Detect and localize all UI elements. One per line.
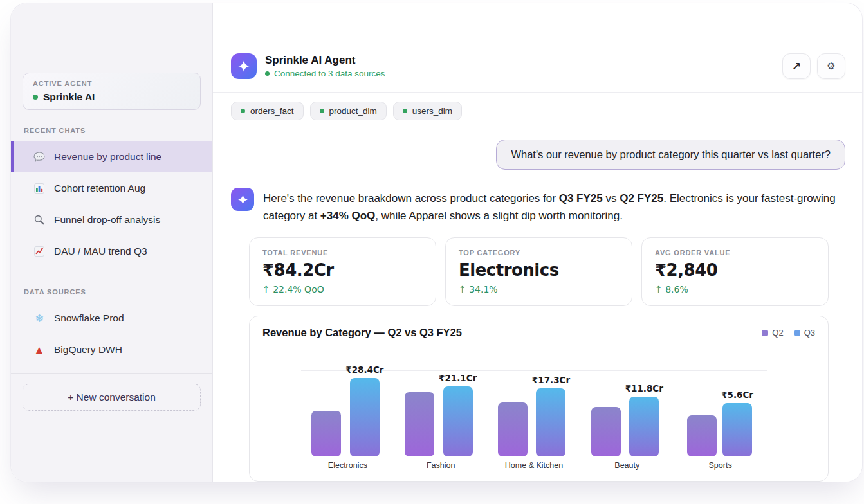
magnifier-icon bbox=[33, 213, 46, 226]
online-status-dot bbox=[33, 94, 38, 100]
legend-swatch-icon bbox=[794, 330, 800, 336]
stat-label: TOP CATEGORY bbox=[459, 249, 619, 256]
agent-avatar bbox=[231, 53, 257, 79]
chart-plot-area: ₹28.4CrElectronics₹21.1CrFashion₹17.3CrH… bbox=[301, 371, 767, 456]
bar-value-label: ₹28.4Cr bbox=[345, 364, 383, 375]
ai-avatar bbox=[231, 188, 254, 211]
sidebar-item-label: BigQuery DWH bbox=[54, 344, 122, 356]
stat-cards-row: TOTAL REVENUE ₹84.2Cr ↑ 22.4% QoO TOP CA… bbox=[249, 237, 829, 306]
table-status-dot bbox=[320, 109, 324, 113]
settings-button[interactable]: ⚙ bbox=[817, 53, 845, 79]
sidebar: ACTIVE AGENT Sprinkle AI RECENT CHATS Re… bbox=[11, 3, 213, 482]
q3-bar bbox=[536, 388, 565, 456]
sidebar-item-revenue-by-product-line[interactable]: Revenue by product line bbox=[11, 141, 212, 172]
q2-bar bbox=[405, 392, 434, 456]
sidebar-item-label: Revenue by product line bbox=[54, 151, 161, 163]
category-label: Electronics bbox=[328, 461, 367, 470]
data-sources-heading: DATA SOURCES bbox=[24, 288, 199, 296]
bar-value-label: ₹11.8Cr bbox=[625, 383, 663, 393]
sparkle-icon bbox=[237, 194, 248, 205]
sidebar-item-label: DAU / MAU trend Q3 bbox=[54, 246, 147, 257]
table-status-dot bbox=[241, 109, 245, 113]
chart-bar-group: ₹28.4CrElectronics bbox=[301, 371, 394, 456]
tag-label: users_dim bbox=[412, 106, 452, 116]
active-agent-card[interactable]: ACTIVE AGENT Sprinkle AI bbox=[23, 73, 201, 110]
q3-bar bbox=[722, 403, 752, 456]
sparkle-icon bbox=[237, 60, 250, 73]
tag-product-dim[interactable]: product_dim bbox=[310, 102, 387, 120]
q2-bar bbox=[687, 415, 717, 456]
sidebar-item-funnel-dropoff[interactable]: Funnel drop-off analysis bbox=[11, 204, 212, 235]
tag-label: product_dim bbox=[329, 106, 377, 116]
category-label: Fashion bbox=[427, 461, 455, 470]
new-conversation-button[interactable]: + New conversation bbox=[23, 384, 201, 411]
q2-bar bbox=[311, 411, 341, 456]
legend-item-q2: Q2 bbox=[762, 328, 783, 338]
sidebar-item-label: Snowflake Prod bbox=[54, 312, 124, 324]
bar-chart-icon bbox=[33, 182, 46, 195]
bar-value-label: ₹5.6Cr bbox=[721, 390, 753, 400]
q3-bar-column: ₹17.3Cr bbox=[532, 375, 570, 456]
bar-pair: ₹21.1Cr bbox=[405, 373, 477, 456]
stat-delta: ↑ 34.1% bbox=[459, 284, 619, 294]
chart-bar-group: ₹5.6CrSports bbox=[674, 371, 767, 456]
q3-bar-column: ₹11.8Cr bbox=[625, 383, 663, 456]
sidebar-item-bigquery-dwh[interactable]: ▲ BigQuery DWH bbox=[11, 334, 212, 365]
snowflake-icon: ❄ bbox=[33, 312, 46, 325]
active-agent-label: ACTIVE AGENT bbox=[33, 80, 190, 87]
table-status-dot bbox=[403, 109, 407, 113]
sidebar-item-dau-mau-trend[interactable]: DAU / MAU trend Q3 bbox=[11, 235, 212, 267]
stat-label: TOTAL REVENUE bbox=[262, 249, 423, 256]
share-button[interactable]: ↗ bbox=[782, 53, 811, 79]
sidebar-item-snowflake-prod[interactable]: ❄ Snowflake Prod bbox=[11, 302, 212, 334]
tag-label: orders_fact bbox=[250, 106, 294, 116]
q3-bar bbox=[629, 397, 659, 456]
share-arrow-icon: ↗ bbox=[792, 60, 801, 73]
page-title: Sprinkle AI Agent bbox=[265, 54, 385, 67]
recent-chats-heading: RECENT CHATS bbox=[24, 127, 199, 134]
legend-item-q3: Q3 bbox=[794, 328, 815, 338]
bar-value-label: ₹21.1Cr bbox=[439, 373, 477, 383]
stat-card-total-revenue: TOTAL REVENUE ₹84.2Cr ↑ 22.4% QoO bbox=[249, 237, 436, 306]
data-table-tags: orders_fact product_dim users_dim bbox=[213, 93, 862, 120]
category-label: Sports bbox=[709, 461, 732, 470]
ai-message-text: Here's the revenue braakdown across prod… bbox=[263, 188, 845, 224]
chart-card: Revenue by Category — Q2 vs Q3 FY25 Q2 Q… bbox=[249, 316, 829, 482]
chat-header: Sprinkle AI Agent Connected to 3 data so… bbox=[213, 3, 862, 93]
stat-card-avg-order-value: AVG ORDER VALUE ₹2,840 ↑ 8.6% bbox=[641, 237, 829, 306]
bar-pair: ₹11.8Cr bbox=[591, 383, 663, 456]
user-message-bubble: What's our revenue by product category t… bbox=[496, 140, 845, 170]
chart-title: Revenue by Category — Q2 vs Q3 FY25 bbox=[262, 327, 462, 339]
q2-bar bbox=[591, 407, 621, 456]
stat-delta: ↑ 8.6% bbox=[655, 284, 815, 294]
tag-users-dim[interactable]: users_dim bbox=[393, 102, 462, 120]
stat-card-top-category: TOP CATEGORY Electronics ↑ 34.1% bbox=[445, 237, 632, 306]
bar-pair: ₹5.6Cr bbox=[687, 390, 753, 456]
q3-bar-column: ₹5.6Cr bbox=[721, 390, 753, 456]
stat-value: ₹84.2Cr bbox=[262, 260, 423, 280]
tag-orders-fact[interactable]: orders_fact bbox=[231, 102, 304, 120]
bar-groups: ₹28.4CrElectronics₹21.1CrFashion₹17.3CrH… bbox=[301, 371, 767, 456]
chart-legend: Q2 Q3 bbox=[762, 328, 815, 338]
connection-status-text: Connected to 3 data sources bbox=[274, 69, 385, 78]
bar-pair: ₹28.4Cr bbox=[311, 364, 383, 456]
trend-line-icon bbox=[33, 245, 46, 258]
q2-bar bbox=[498, 402, 528, 456]
stat-value: ₹2,840 bbox=[655, 260, 815, 280]
app-window: ACTIVE AGENT Sprinkle AI RECENT CHATS Re… bbox=[10, 3, 863, 482]
gear-icon: ⚙ bbox=[827, 60, 835, 72]
ai-message: Here's the revenue braakdown across prod… bbox=[231, 188, 845, 224]
q3-bar-column: ₹28.4Cr bbox=[345, 364, 383, 456]
conversation-area: What's our revenue by product category t… bbox=[213, 120, 862, 482]
stat-value: Electronics bbox=[459, 260, 619, 280]
category-label: Home & Kitchen bbox=[505, 461, 563, 470]
sidebar-item-cohort-retention[interactable]: Cohort retention Aug bbox=[11, 172, 212, 204]
q3-bar bbox=[350, 378, 380, 456]
legend-swatch-icon bbox=[762, 330, 768, 336]
sidebar-divider bbox=[11, 274, 212, 275]
active-agent-name: Sprinkle AI bbox=[43, 91, 95, 103]
sidebar-item-label: Cohort retention Aug bbox=[54, 183, 145, 194]
stat-delta: ↑ 22.4% QoO bbox=[262, 284, 423, 294]
sidebar-divider bbox=[11, 373, 212, 374]
q3-bar-column: ₹21.1Cr bbox=[439, 373, 477, 456]
